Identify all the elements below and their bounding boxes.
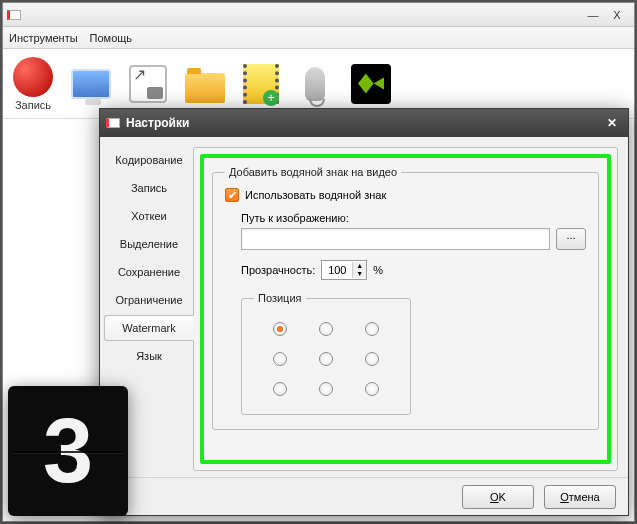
highlight-box: Добавить водяной знак на видео ✔ Использ…	[200, 154, 611, 464]
dialog-footer: OK Отмена	[100, 477, 628, 515]
menu-help[interactable]: Помощь	[90, 32, 133, 44]
path-label: Путь к изображению:	[241, 212, 586, 224]
record-label: Запись	[15, 99, 51, 111]
menu-bar: Инструменты Помощь	[3, 27, 634, 49]
nvidia-icon	[351, 64, 391, 104]
tab-highlight[interactable]: Выделение	[104, 231, 194, 257]
position-group: Позиция	[241, 292, 411, 415]
spinner-arrows-icon[interactable]: ▲▼	[352, 262, 366, 278]
countdown-overlay: 3	[8, 386, 128, 516]
settings-dialog: Настройки ✕ Кодирование Запись Хоткеи Вы…	[99, 108, 629, 516]
position-radio-middle-left[interactable]	[273, 352, 287, 366]
close-button[interactable]: X	[608, 7, 626, 23]
cancel-button[interactable]: Отмена	[544, 485, 616, 509]
tab-hotkeys[interactable]: Хоткеи	[104, 203, 194, 229]
record-button[interactable]: Запись	[13, 57, 53, 111]
position-radio-top-center[interactable]	[319, 322, 333, 336]
tab-language[interactable]: Язык	[104, 343, 194, 369]
position-radio-bottom-left[interactable]	[273, 382, 287, 396]
tab-pane-watermark: Добавить водяной знак на видео ✔ Использ…	[193, 147, 618, 471]
video-add-button[interactable]	[243, 64, 279, 104]
nvidia-button[interactable]	[351, 64, 391, 104]
browse-button[interactable]: ...	[556, 228, 586, 250]
position-radio-top-right[interactable]	[365, 322, 379, 336]
opacity-spinner[interactable]: 100 ▲▼	[321, 260, 367, 280]
countdown-digit: 3	[43, 400, 93, 503]
position-radio-top-left[interactable]	[273, 322, 287, 336]
watermark-group-title: Добавить водяной знак на видео	[225, 166, 401, 178]
cancel-rest: тмена	[569, 491, 600, 503]
tab-encoding[interactable]: Кодирование	[104, 147, 194, 173]
path-input[interactable]	[241, 228, 550, 250]
ok-button[interactable]: OK	[462, 485, 534, 509]
minimize-button[interactable]: —	[584, 7, 602, 23]
menu-tools[interactable]: Инструменты	[9, 32, 78, 44]
dialog-title: Настройки	[126, 116, 189, 130]
microphone-icon	[305, 67, 325, 101]
position-radio-bottom-right[interactable]	[365, 382, 379, 396]
record-icon	[13, 57, 53, 97]
ok-rest: K	[499, 491, 506, 503]
app-icon	[7, 10, 21, 20]
region-button[interactable]	[129, 65, 167, 103]
position-radio-bottom-center[interactable]	[319, 382, 333, 396]
position-radio-middle-right[interactable]	[365, 352, 379, 366]
tab-record[interactable]: Запись	[104, 175, 194, 201]
screen-button[interactable]	[71, 69, 111, 99]
dialog-close-button[interactable]: ✕	[602, 116, 622, 130]
position-radio-middle-center[interactable]	[319, 352, 333, 366]
folder-icon	[185, 73, 225, 103]
film-add-icon	[243, 64, 279, 104]
tab-limit[interactable]: Ограничение	[104, 287, 194, 313]
position-label: Позиция	[254, 292, 306, 304]
watermark-group: Добавить водяной знак на видео ✔ Использ…	[212, 166, 599, 430]
opacity-suffix: %	[373, 264, 383, 276]
folder-button[interactable]	[185, 69, 225, 99]
use-watermark-checkbox[interactable]: ✔	[225, 188, 239, 202]
use-watermark-label: Использовать водяной знак	[245, 189, 386, 201]
mic-button[interactable]	[297, 67, 333, 101]
region-icon	[129, 65, 167, 103]
dialog-titlebar: Настройки ✕	[100, 109, 628, 137]
main-titlebar: — X	[3, 3, 634, 27]
monitor-icon	[71, 69, 111, 99]
opacity-value: 100	[322, 264, 352, 276]
tab-watermark[interactable]: Watermark	[104, 315, 194, 341]
dialog-icon	[106, 118, 120, 128]
tab-saving[interactable]: Сохранение	[104, 259, 194, 285]
opacity-label: Прозрачность:	[241, 264, 315, 276]
